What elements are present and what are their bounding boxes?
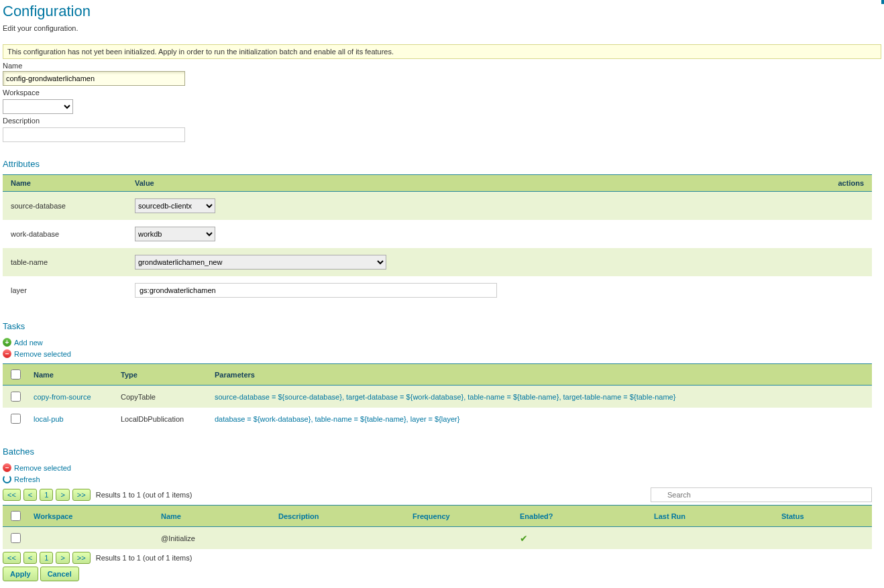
batches-col-enabled[interactable]: Enabled? xyxy=(514,506,649,527)
refresh-link[interactable]: Refresh xyxy=(3,475,40,483)
refresh-icon xyxy=(3,475,11,483)
attr-row: layer xyxy=(3,276,872,304)
cancel-button[interactable]: Cancel xyxy=(40,567,79,581)
init-warning: This configuration has not yet been init… xyxy=(3,44,881,59)
description-input[interactable] xyxy=(3,127,185,142)
workspace-select[interactable] xyxy=(3,99,73,114)
add-new-link[interactable]: + Add new xyxy=(3,338,43,347)
attributes-table: Name Value actions source-database sourc… xyxy=(3,174,872,304)
batches-title: Batches xyxy=(3,447,881,457)
attr-col-actions: actions xyxy=(805,175,872,192)
attr-col-name: Name xyxy=(3,175,127,192)
name-label: Name xyxy=(3,62,881,70)
refresh-label: Refresh xyxy=(14,475,40,483)
pager-next[interactable]: > xyxy=(56,552,69,564)
workspace-label: Workspace xyxy=(3,89,881,97)
task-row: copy-from-source CopyTable source-databa… xyxy=(3,386,872,408)
enabled-tick-icon: ✔ xyxy=(520,533,528,544)
attr-row: work-database workdb xyxy=(3,220,872,248)
apply-button[interactable]: Apply xyxy=(3,567,38,581)
batches-select-all[interactable] xyxy=(11,511,21,521)
remove-selected-tasks-label: Remove selected xyxy=(14,350,71,358)
task-checkbox[interactable] xyxy=(11,414,21,424)
batches-col-status[interactable]: Status xyxy=(776,506,872,527)
description-label: Description xyxy=(3,117,881,125)
pager-prev[interactable]: < xyxy=(23,489,37,501)
tasks-table: Name Type Parameters copy-from-source Co… xyxy=(3,363,872,430)
add-icon: + xyxy=(3,338,11,347)
page-subtitle: Edit your configuration. xyxy=(3,24,881,32)
attr-row: source-database sourcedb-clientx xyxy=(3,192,872,221)
remove-selected-batches-label: Remove selected xyxy=(14,464,71,472)
task-type: CopyTable xyxy=(115,386,209,408)
remove-icon: – xyxy=(3,463,11,472)
attr-row: table-name grondwaterlichamen_new xyxy=(3,248,872,276)
batches-col-frequency[interactable]: Frequency xyxy=(407,506,514,527)
pager-last[interactable]: >> xyxy=(72,552,91,564)
attr-name: layer xyxy=(3,276,127,304)
batch-lastrun xyxy=(649,527,776,550)
tasks-col-name: Name xyxy=(28,364,115,386)
attributes-title: Attributes xyxy=(3,159,881,169)
batch-description xyxy=(273,527,407,550)
task-type: LocalDbPublication xyxy=(115,408,209,430)
batches-col-description[interactable]: Description xyxy=(273,506,407,527)
pager-page[interactable]: 1 xyxy=(40,552,53,564)
tasks-col-params: Parameters xyxy=(209,364,872,386)
source-database-select[interactable]: sourcedb-clientx xyxy=(135,198,215,213)
work-database-select[interactable]: workdb xyxy=(135,227,215,241)
batches-col-lastrun[interactable]: Last Run xyxy=(649,506,776,527)
top-accent xyxy=(881,0,884,4)
remove-selected-batches-link[interactable]: – Remove selected xyxy=(3,463,71,472)
add-new-label: Add new xyxy=(14,339,43,347)
task-row: local-pub LocalDbPublication database = … xyxy=(3,408,872,430)
batches-col-workspace[interactable]: Workspace xyxy=(28,506,156,527)
pager-prev[interactable]: < xyxy=(23,552,37,564)
batch-frequency xyxy=(407,527,514,550)
pager-page[interactable]: 1 xyxy=(40,489,53,501)
batches-search-input[interactable] xyxy=(651,487,872,502)
pager-next[interactable]: > xyxy=(56,489,69,501)
tasks-title: Tasks xyxy=(3,321,881,331)
attr-name: source-database xyxy=(3,192,127,221)
batch-row: @Initialize ✔ xyxy=(3,527,872,550)
page-title: Configuration xyxy=(3,3,881,20)
name-input[interactable] xyxy=(3,71,185,86)
pager-first[interactable]: << xyxy=(3,552,21,564)
pager-first[interactable]: << xyxy=(3,489,21,501)
batches-pager-bottom: << < 1 > >> Results 1 to 1 (out of 1 ite… xyxy=(3,552,872,564)
batch-status xyxy=(776,527,872,550)
task-name-link[interactable]: local-pub xyxy=(34,415,64,423)
task-checkbox[interactable] xyxy=(11,392,21,402)
batch-workspace xyxy=(28,527,156,550)
pager-results: Results 1 to 1 (out of 1 items) xyxy=(96,491,192,499)
batches-pager-top: << < 1 > >> Results 1 to 1 (out of 1 ite… xyxy=(3,487,872,502)
batch-checkbox[interactable] xyxy=(11,533,21,543)
batches-col-name[interactable]: Name xyxy=(156,506,273,527)
tasks-select-all[interactable] xyxy=(11,369,21,379)
pager-last[interactable]: >> xyxy=(72,489,91,501)
task-name-link[interactable]: copy-from-source xyxy=(34,393,91,401)
attr-name: work-database xyxy=(3,220,127,248)
remove-icon: – xyxy=(3,349,11,358)
batch-name: @Initialize xyxy=(156,527,273,550)
layer-input[interactable] xyxy=(135,283,497,298)
table-name-select[interactable]: grondwaterlichamen_new xyxy=(135,255,386,270)
attr-name: table-name xyxy=(3,248,127,276)
task-params-link[interactable]: database = ${work-database}, table-name … xyxy=(215,415,459,423)
pager-results: Results 1 to 1 (out of 1 items) xyxy=(96,554,192,562)
task-params-link[interactable]: source-database = ${source-database}, ta… xyxy=(215,393,675,401)
tasks-col-type: Type xyxy=(115,364,209,386)
batches-table: Workspace Name Description Frequency Ena… xyxy=(3,505,872,549)
remove-selected-tasks-link[interactable]: – Remove selected xyxy=(3,349,71,358)
attr-col-value: Value xyxy=(127,175,805,192)
